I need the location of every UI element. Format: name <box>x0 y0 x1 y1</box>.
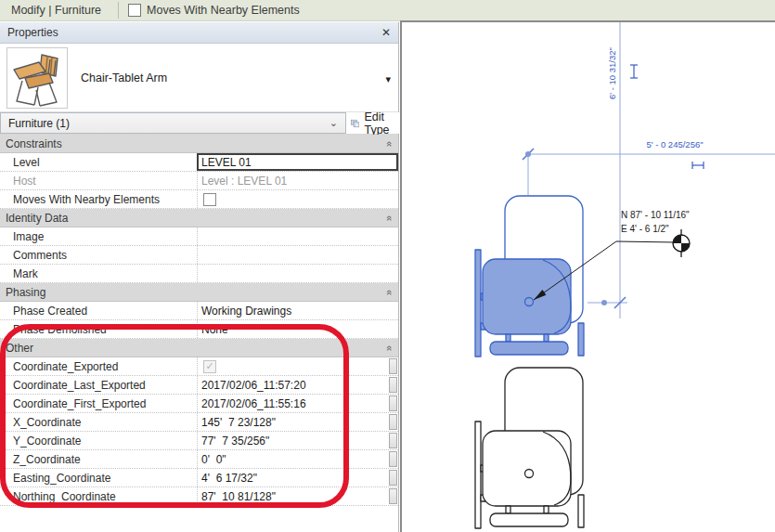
coordinate-first-exported-field[interactable]: 2017/02/06_11:55:16 <box>197 395 389 412</box>
selection-row: Furniture (1) ⌄ Edit Type <box>0 112 398 135</box>
family-type-name: Chair-Tablet Arm <box>81 71 167 84</box>
property-label: Coordinate_Exported <box>0 357 197 375</box>
horizontal-dimension[interactable]: 5' - 0 245/256" <box>523 139 775 195</box>
revit-window: { "ribbon": { "tab_label": "Modify | Fur… <box>0 0 775 532</box>
property-label: Phase Demolished <box>0 320 197 338</box>
spot-coordinate-east-text: E 4' - 6 1/2" <box>621 224 669 234</box>
modify-furniture-tab[interactable]: Modify | Furniture <box>0 4 112 17</box>
witness-grip-dot[interactable] <box>525 151 531 157</box>
x-coordinate-field[interactable]: 145' 7 23/128" <box>197 413 389 431</box>
type-dropdown-icon[interactable]: ▾ <box>385 73 391 85</box>
selection-filter-combo[interactable]: Furniture (1) ⌄ <box>0 112 346 134</box>
property-row-mark: Mark <box>0 265 398 283</box>
phase-demolished-value-field[interactable]: None <box>197 320 398 338</box>
section-header-constraints[interactable]: Constraints « <box>0 135 398 153</box>
close-icon[interactable]: ✕ <box>381 26 391 39</box>
chair-tablet-arm-unselected[interactable] <box>475 368 584 528</box>
property-row-z-coordinate: Z_Coordinate 0' 0" <box>0 450 398 469</box>
property-row-coordinate-first-exported: Coordinate_First_Exported 2017/02/06_11:… <box>0 395 398 413</box>
moves-value-cell <box>197 190 398 208</box>
easting-coordinate-field[interactable]: 4' 6 17/32" <box>197 469 389 487</box>
moves-with-nearby-checkbox[interactable] <box>128 4 141 17</box>
property-row-x-coordinate: X_Coordinate 145' 7 23/128" <box>0 413 398 432</box>
horizontal-dimension-text[interactable]: 5' - 0 245/256" <box>646 139 703 149</box>
property-row-image: Image <box>0 227 398 246</box>
edit-type-button[interactable]: Edit Type <box>346 112 399 134</box>
property-label: Moves With Nearby Elements <box>0 190 197 208</box>
coordinate-last-exported-field[interactable]: 2017/02/06_11:57:20 <box>197 376 389 394</box>
property-label: Phase Created <box>0 302 197 319</box>
coordinate-exported-cell: ✓ <box>197 357 389 375</box>
plan-view-canvas[interactable]: 6' - 10 31/32" 5' - 0 245/256" <box>402 22 775 532</box>
ribbon-separator <box>118 2 119 19</box>
drawing-area[interactable]: 6' - 10 31/32" 5' - 0 245/256" <box>400 20 775 532</box>
property-grid: Constraints « Level LEVEL 01 Host Level … <box>0 135 398 506</box>
property-row-y-coordinate: Y_Coordinate 77' 7 35/256" <box>0 432 398 450</box>
edit-type-icon <box>351 117 359 130</box>
selection-filter-value: Furniture (1) <box>8 117 70 130</box>
section-title: Identity Data <box>6 212 68 225</box>
collapse-icon[interactable]: « <box>384 289 395 294</box>
moves-checkbox[interactable] <box>203 193 216 206</box>
moves-with-nearby-label: Moves With Nearby Elements <box>147 4 300 17</box>
phase-created-value-field[interactable]: Working Drawings <box>197 302 398 319</box>
property-row-coordinate-exported: Coordinate_Exported ✓ <box>0 357 398 376</box>
northing-coordinate-field[interactable]: 87' 10 81/128" <box>197 487 389 505</box>
spot-coordinate-north-text: N 87' - 10 11/16" <box>621 210 690 220</box>
property-label: Level <box>0 153 197 171</box>
associate-param-button[interactable] <box>389 377 397 393</box>
property-label: Comments <box>0 246 197 264</box>
section-header-identity-data[interactable]: Identity Data « <box>0 209 398 227</box>
type-selector[interactable]: Chair-Tablet Arm ▾ <box>0 44 398 112</box>
vertical-dimension[interactable]: 6' - 10 31/32" <box>588 22 638 318</box>
chair-thumbnail-image <box>7 48 67 108</box>
edit-type-label: Edit Type <box>364 110 394 136</box>
mark-value-field[interactable] <box>197 265 398 282</box>
family-thumbnail <box>6 47 68 109</box>
associate-param-button[interactable] <box>389 488 397 504</box>
spot-coordinate-target-icon[interactable] <box>673 229 690 257</box>
associate-param-button[interactable] <box>389 414 397 430</box>
associate-param-button[interactable] <box>389 358 397 374</box>
property-row-comments: Comments <box>0 246 398 265</box>
properties-title: Properties <box>7 26 58 39</box>
section-header-other[interactable]: Other « <box>0 339 398 357</box>
coordinate-exported-checkbox: ✓ <box>203 360 216 373</box>
comments-value-field[interactable] <box>197 246 398 264</box>
property-label: Easting_Coordinate <box>0 469 197 487</box>
collapse-icon[interactable]: « <box>384 140 395 146</box>
collapse-icon[interactable]: « <box>384 214 395 220</box>
associate-param-button[interactable] <box>389 433 397 448</box>
property-row-phase-demolished: Phase Demolished None <box>0 320 398 339</box>
section-header-phasing[interactable]: Phasing « <box>0 283 398 302</box>
level-value-field[interactable]: LEVEL 01 <box>197 153 398 171</box>
dimension-grip-icon[interactable] <box>630 65 638 78</box>
section-title: Other <box>6 342 33 355</box>
ribbon-bar: Modify | Furniture Moves With Nearby Ele… <box>0 0 775 21</box>
property-row-host: Host Level : LEVEL 01 <box>0 172 398 190</box>
associate-param-button[interactable] <box>389 470 397 486</box>
property-label: Image <box>0 227 197 245</box>
property-label: X_Coordinate <box>0 413 197 431</box>
host-value-field: Level : LEVEL 01 <box>197 172 398 189</box>
property-row-northing-coordinate: Northing_Coordinate 87' 10 81/128" <box>0 487 398 506</box>
z-coordinate-field[interactable]: 0' 0" <box>197 450 389 468</box>
vertical-dimension-text[interactable]: 6' - 10 31/32" <box>607 47 617 99</box>
property-row-easting-coordinate: Easting_Coordinate 4' 6 17/32" <box>0 469 398 487</box>
witness-grip-dot[interactable] <box>601 300 607 305</box>
image-value-field[interactable] <box>197 227 398 245</box>
associate-param-button[interactable] <box>389 396 397 411</box>
properties-titlebar[interactable]: Properties ✕ <box>0 22 398 44</box>
associate-param-button[interactable] <box>389 451 397 467</box>
y-coordinate-field[interactable]: 77' 7 35/256" <box>197 432 389 449</box>
property-row-level: Level LEVEL 01 <box>0 153 398 172</box>
property-label: Northing_Coordinate <box>0 487 197 505</box>
dimension-grip-icon[interactable] <box>692 162 704 169</box>
collapse-icon[interactable]: « <box>384 344 395 350</box>
section-title: Phasing <box>6 286 45 299</box>
property-label: Z_Coordinate <box>0 450 197 468</box>
property-label: Mark <box>0 265 197 282</box>
property-row-moves-with-nearby: Moves With Nearby Elements <box>0 190 398 209</box>
chevron-down-icon: ⌄ <box>329 117 338 129</box>
properties-palette: Properties ✕ Chair-Tab <box>0 22 399 532</box>
